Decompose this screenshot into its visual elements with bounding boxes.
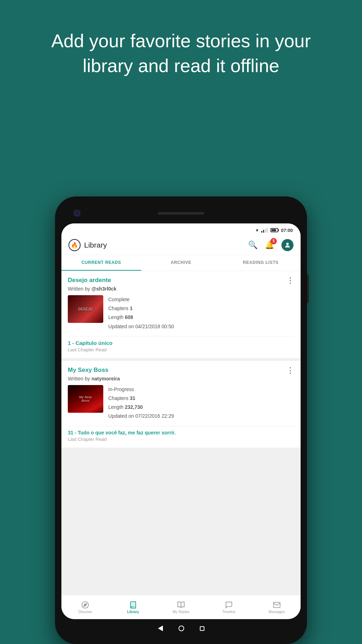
story-2-author-line: Written by natymoreira [68, 376, 294, 381]
nav-my-stories-label: My Stories [172, 610, 189, 614]
recents-button[interactable] [200, 626, 204, 631]
app-title: Library [84, 241, 248, 249]
nav-library-label: Library [127, 610, 139, 614]
hero-section: Add your favorite stories in your librar… [0, 0, 362, 92]
story-card-1: Desejo ardente ⋮ Written by @sh3rl0ck DE… [61, 271, 301, 358]
battery-icon [270, 228, 278, 232]
story-2-last-chapter-title[interactable]: 31 - Tudo o que você faz, me faz querer … [68, 430, 294, 435]
phone-wrapper: ▾ 07:00 🔥 Library [55, 196, 307, 644]
app-logo: 🔥 [68, 239, 81, 251]
status-time: 07:00 [281, 228, 293, 233]
compass-icon [81, 601, 89, 609]
phone-outer: ▾ 07:00 🔥 Library [55, 196, 307, 644]
signal-icon [261, 228, 268, 233]
nav-discover-label: Discover [78, 610, 92, 614]
library-icon [129, 601, 137, 609]
nav-messages-label: Messages [269, 610, 285, 614]
home-button[interactable] [179, 626, 184, 631]
story-2-details: In-Progress Chapters 31 Length 232,730 U… [108, 385, 174, 421]
story-2-more[interactable]: ⋮ [283, 367, 294, 374]
story-1-last-chapter-label: Last Chapter Read [68, 347, 294, 352]
top-bezel [61, 203, 301, 223]
header-icons: 🔍 🔔 5 [248, 239, 294, 251]
nav-my-stories[interactable]: My Stories [157, 595, 205, 619]
back-button[interactable] [158, 626, 163, 631]
phone-screen: ▾ 07:00 🔥 Library [61, 223, 301, 619]
story-2-cover[interactable]: My SexyBoss [68, 385, 103, 413]
search-icon[interactable]: 🔍 [248, 240, 258, 250]
story-1-author-line: Written by @sh3rl0ck [68, 286, 294, 292]
nav-timeline-label: Timeline [222, 610, 235, 614]
content-area: Desejo ardente ⋮ Written by @sh3rl0ck DE… [61, 271, 301, 595]
profile-avatar[interactable] [281, 239, 294, 251]
story-1-cover[interactable]: DESEJO [68, 295, 103, 323]
tabs-bar: CURRENT READS ARCHIVE READING LISTS [61, 255, 301, 271]
story-1-last-chapter-title[interactable]: 1 - Capítulo único [68, 340, 294, 346]
status-bar: ▾ 07:00 [61, 223, 301, 236]
story-2-title[interactable]: My Sexy Boss [68, 367, 108, 374]
story-1-title[interactable]: Desejo ardente [68, 277, 111, 284]
tab-reading-lists[interactable]: READING LISTS [221, 255, 301, 271]
bell-container[interactable]: 🔔 5 [265, 240, 274, 250]
story-card-2: My Sexy Boss ⋮ Written by natymoreira My… [61, 361, 301, 448]
wifi-icon: ▾ [256, 227, 258, 233]
nav-discover[interactable]: Discover [61, 595, 109, 619]
bell-badge: 5 [270, 238, 277, 244]
story-2-last-chapter-label: Last Chapter Read [68, 437, 294, 442]
nav-library[interactable]: Library [109, 595, 157, 619]
hero-text: Add your favorite stories in your librar… [28, 28, 334, 78]
tab-archive[interactable]: ARCHIVE [141, 255, 221, 271]
tab-current-reads[interactable]: CURRENT READS [61, 255, 141, 271]
speaker [158, 212, 204, 215]
story-1-details: Complete Chapters 1 Length 608 Updated o… [108, 295, 174, 331]
messages-icon [273, 601, 281, 609]
side-button [307, 275, 309, 303]
my-stories-icon [177, 601, 185, 609]
nav-messages[interactable]: Messages [253, 595, 301, 619]
timeline-icon [225, 601, 233, 609]
bottom-bezel [61, 619, 301, 638]
nav-timeline[interactable]: Timeline [205, 595, 253, 619]
svg-marker-2 [84, 604, 87, 606]
camera [74, 210, 80, 216]
story-1-more[interactable]: ⋮ [283, 277, 294, 285]
app-header: 🔥 Library 🔍 🔔 5 [61, 236, 301, 255]
svg-point-0 [286, 243, 289, 245]
bottom-nav: Discover Library My Stories Timeline Mes [61, 595, 301, 619]
